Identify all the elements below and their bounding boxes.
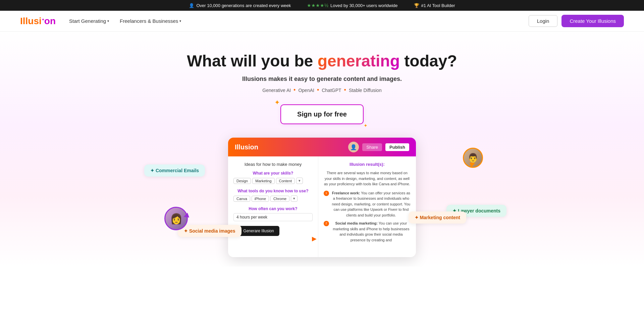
app-question-2: What tools do you know how to use? (233, 189, 313, 193)
app-result-text-2: Social media marketing: You can use your… (332, 221, 411, 243)
app-left-panel: Ideas for how to make money What are you… (228, 156, 318, 257)
top-banner: 👤 Over 10,000 generations are created ev… (0, 0, 644, 11)
hero-tag-openai: OpenAI (298, 88, 314, 93)
app-header-actions: 👤 Share Publish (348, 142, 409, 152)
app-work-input[interactable] (233, 213, 313, 221)
tag-dropdown-2[interactable]: ▾ (291, 195, 298, 202)
tag-content: Content (276, 178, 295, 184)
nav-actions: Login Create Your Illusions (529, 15, 624, 27)
logo-star: ✦ (42, 17, 44, 21)
nav-links: Start Generating ▾ Freelancers & Busines… (69, 18, 529, 24)
banner-text-generations: Over 10,000 generations are created ever… (196, 3, 291, 8)
app-q1-tags-row: Design Marketing Content ▾ (233, 178, 313, 184)
app-result-intro: There are several ways to make money bas… (324, 170, 411, 187)
sparkle-icon-br: ✦ (364, 123, 368, 128)
hero-title: What will you be generating today? (7, 52, 637, 70)
chevron-down-icon-2: ▾ (179, 19, 181, 23)
login-button[interactable]: Login (529, 15, 558, 27)
hero-subtitle: Illusions makes it easy to generate cont… (7, 76, 637, 83)
hero-tags: Generative AI • OpenAI • ChatGPT • Stabl… (7, 87, 637, 94)
logo-text-ill: Illusi (20, 16, 42, 26)
result-bold-2: Social media marketing: (335, 221, 378, 225)
app-header: Illusion 👤 Share Publish (228, 138, 416, 156)
app-publish-button[interactable]: Publish (385, 143, 409, 151)
app-result-text-1: Freelance work: You can offer your servi… (332, 190, 411, 218)
chip-social-label: ✦ Social media images (184, 228, 235, 234)
dot-sep-3: • (344, 87, 346, 94)
result-bold-1: Freelance work: (332, 191, 360, 195)
result-num-2: 2 (324, 221, 329, 226)
app-user-avatar: 👤 (348, 142, 359, 152)
nav-freelancers[interactable]: Freelancers & Businesses ▾ (120, 18, 181, 24)
app-share-button[interactable]: Share (362, 143, 382, 151)
dot-sep-1: • (293, 87, 296, 94)
app-result-item-1: 1 Freelance work: You can offer your ser… (324, 190, 411, 218)
hero-title-highlight: generating (318, 52, 400, 70)
chip-commercial-emails: ✦ Commercial Emails (144, 164, 205, 177)
app-section-title: Ideas for how to make money (233, 162, 313, 167)
signup-btn-wrap: ✦ Sign up for free ✦ (280, 104, 364, 124)
tag-iphone: iPhone (252, 196, 269, 202)
create-illusions-button[interactable]: Create Your Illusions (561, 15, 624, 27)
app-result-item-2: 2 Social media marketing: You can use yo… (324, 221, 411, 243)
stars-icon: ★★★★½ (307, 3, 328, 8)
trophy-icon: 🏆 (414, 3, 419, 8)
sparkle-icon-tl: ✦ (274, 98, 280, 106)
nav-start-generating-label: Start Generating (69, 18, 106, 24)
banner-item-builder: 🏆 #1 AI Tool Builder (414, 3, 455, 8)
hero-tag-stable: Stable Diffusion (349, 88, 382, 93)
hero-section: What will you be generating today? Illus… (0, 32, 644, 267)
tag-marketing: Marketing (252, 178, 274, 184)
chip-commercial-label: ✦ Commercial Emails (150, 168, 199, 173)
hero-title-suffix: today? (400, 52, 457, 70)
navbar: Illusi✦on Start Generating ▾ Freelancers… (0, 11, 644, 32)
banner-item-generations: 👤 Over 10,000 generations are created ev… (189, 3, 291, 8)
hero-tag-generative: Generative AI (262, 88, 291, 93)
hero-tag-chatgpt: ChatGPT (322, 88, 341, 93)
nav-freelancers-label: Freelancers & Businesses (120, 18, 178, 24)
logo[interactable]: Illusi✦on (20, 16, 56, 27)
app-question-3: How often can you work? (233, 206, 313, 211)
tag-dropdown-1[interactable]: ▾ (296, 178, 303, 184)
app-body: Ideas for how to make money What are you… (228, 156, 416, 257)
app-mockup-container: ✦ Commercial Emails ✦ Lawyer documents ✦… (171, 138, 473, 257)
tag-chrome: Chrome (270, 196, 289, 202)
person-icon: 👤 (189, 3, 194, 8)
banner-text-builder: #1 AI Tool Builder (421, 3, 455, 8)
tag-design: Design (233, 178, 251, 184)
chip-marketing-content: ✦ Marketing content (409, 211, 466, 224)
app-right-panel: Illusion result(s): There are several wa… (318, 156, 416, 257)
panel-arrow: ▶ (312, 235, 317, 242)
tag-canva: Canva (233, 196, 250, 202)
logo-text-on: on (44, 16, 56, 26)
app-question-1: What are your skills? (233, 171, 313, 176)
chip-social-images: ✦ Social media images (178, 225, 241, 237)
result-num-1: 1 (324, 191, 329, 196)
hero-title-prefix: What will you be (187, 52, 317, 70)
banner-text-users: Loved by 30,000+ users worldwide (330, 3, 398, 8)
app-result-title: Illusion result(s): (324, 162, 411, 167)
app-q2-tags-row: Canva iPhone Chrome ▾ (233, 195, 313, 202)
chip-marketing-label: ✦ Marketing content (415, 215, 460, 220)
app-window: Illusion 👤 Share Publish Ideas for how t… (228, 138, 416, 257)
nav-start-generating[interactable]: Start Generating ▾ (69, 18, 109, 24)
app-logo: Illusion (235, 143, 258, 151)
banner-item-users: ★★★★½ Loved by 30,000+ users worldwide (307, 3, 397, 8)
chevron-down-icon: ▾ (107, 19, 109, 23)
signup-button[interactable]: Sign up for free (280, 104, 364, 124)
dot-sep-2: • (317, 87, 319, 94)
